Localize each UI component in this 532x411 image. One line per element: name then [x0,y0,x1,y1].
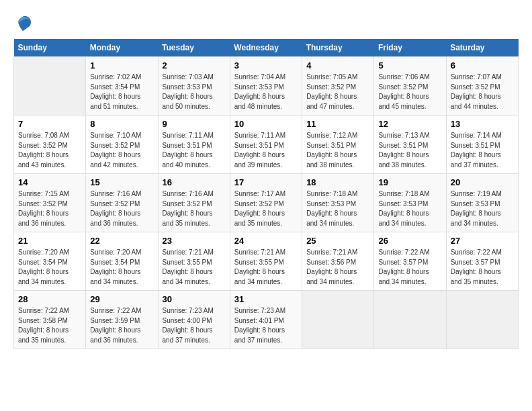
day-info: Sunrise: 7:17 AMSunset: 3:52 PMDaylight:… [234,189,298,228]
day-info: Sunrise: 7:23 AMSunset: 4:01 PMDaylight:… [234,306,298,345]
day-info: Sunrise: 7:20 AMSunset: 3:54 PMDaylight:… [18,248,81,287]
weekday-header-tuesday: Tuesday [158,39,230,57]
day-number: 7 [18,119,81,129]
calendar-cell: 16Sunrise: 7:16 AMSunset: 3:52 PMDayligh… [158,174,230,232]
day-number: 20 [451,177,514,187]
day-info: Sunrise: 7:22 AMSunset: 3:59 PMDaylight:… [90,306,153,345]
day-info: Sunrise: 7:16 AMSunset: 3:52 PMDaylight:… [163,189,226,228]
day-number: 21 [18,236,81,246]
calendar-cell: 28Sunrise: 7:22 AMSunset: 3:58 PMDayligh… [14,291,86,349]
day-info: Sunrise: 7:20 AMSunset: 3:54 PMDaylight:… [90,248,153,287]
day-info: Sunrise: 7:12 AMSunset: 3:51 PMDaylight:… [306,131,369,170]
day-info: Sunrise: 7:18 AMSunset: 3:53 PMDaylight:… [306,189,369,228]
weekday-header-monday: Monday [86,39,158,57]
calendar-cell: 22Sunrise: 7:20 AMSunset: 3:54 PMDayligh… [86,232,158,291]
calendar-cell: 2Sunrise: 7:03 AMSunset: 3:53 PMDaylight… [158,57,230,116]
logo [13,13,35,32]
calendar-cell: 26Sunrise: 7:22 AMSunset: 3:57 PMDayligh… [374,232,446,291]
calendar-cell: 29Sunrise: 7:22 AMSunset: 3:59 PMDayligh… [86,291,158,349]
day-info: Sunrise: 7:16 AMSunset: 3:52 PMDaylight:… [90,189,153,228]
day-number: 28 [18,294,81,304]
calendar-cell [446,291,518,349]
day-number: 19 [378,177,441,187]
calendar-cell: 31Sunrise: 7:23 AMSunset: 4:01 PMDayligh… [230,291,302,349]
day-number: 22 [90,236,153,246]
day-info: Sunrise: 7:19 AMSunset: 3:53 PMDaylight:… [451,189,514,228]
day-number: 16 [163,177,226,187]
day-info: Sunrise: 7:21 AMSunset: 3:56 PMDaylight:… [306,248,369,287]
day-number: 11 [306,119,369,129]
calendar-cell: 8Sunrise: 7:10 AMSunset: 3:52 PMDaylight… [86,116,158,174]
day-number: 18 [306,177,369,187]
calendar-cell: 20Sunrise: 7:19 AMSunset: 3:53 PMDayligh… [446,174,518,232]
weekday-header-thursday: Thursday [302,39,374,57]
calendar-cell: 15Sunrise: 7:16 AMSunset: 3:52 PMDayligh… [86,174,158,232]
weekday-header-friday: Friday [374,39,446,57]
weekday-header-sunday: Sunday [14,39,86,57]
calendar-cell: 30Sunrise: 7:23 AMSunset: 4:00 PMDayligh… [158,291,230,349]
page-header [13,13,519,32]
day-number: 24 [234,236,298,246]
day-number: 3 [234,60,298,71]
calendar-cell: 19Sunrise: 7:18 AMSunset: 3:53 PMDayligh… [374,174,446,232]
calendar-cell: 12Sunrise: 7:13 AMSunset: 3:51 PMDayligh… [374,116,446,174]
day-number: 4 [306,60,369,71]
day-number: 2 [163,60,226,71]
weekday-header-saturday: Saturday [446,39,518,57]
day-info: Sunrise: 7:02 AMSunset: 3:54 PMDaylight:… [90,73,153,111]
calendar-week-row: 1Sunrise: 7:02 AMSunset: 3:54 PMDaylight… [14,57,519,116]
day-number: 31 [234,294,298,304]
day-number: 25 [306,236,369,246]
day-number: 10 [234,119,298,129]
day-number: 6 [451,60,514,71]
day-info: Sunrise: 7:11 AMSunset: 3:51 PMDaylight:… [234,131,298,170]
calendar-cell: 13Sunrise: 7:14 AMSunset: 3:51 PMDayligh… [446,116,518,174]
calendar-week-row: 28Sunrise: 7:22 AMSunset: 3:58 PMDayligh… [14,291,519,349]
day-number: 15 [90,177,153,187]
day-info: Sunrise: 7:22 AMSunset: 3:57 PMDaylight:… [378,248,441,287]
day-info: Sunrise: 7:11 AMSunset: 3:51 PMDaylight:… [163,131,226,170]
day-number: 14 [18,177,81,187]
day-info: Sunrise: 7:07 AMSunset: 3:52 PMDaylight:… [451,73,514,111]
calendar-cell: 5Sunrise: 7:06 AMSunset: 3:52 PMDaylight… [374,57,446,116]
logo-icon [13,13,32,32]
day-info: Sunrise: 7:05 AMSunset: 3:52 PMDaylight:… [306,73,369,111]
day-number: 23 [163,236,226,246]
day-number: 27 [451,236,514,246]
day-number: 13 [451,119,514,129]
day-number: 26 [378,236,441,246]
day-info: Sunrise: 7:15 AMSunset: 3:52 PMDaylight:… [18,189,81,228]
weekday-header-row: SundayMondayTuesdayWednesdayThursdayFrid… [14,39,519,57]
day-info: Sunrise: 7:23 AMSunset: 4:00 PMDaylight:… [163,306,226,345]
day-info: Sunrise: 7:21 AMSunset: 3:55 PMDaylight:… [163,248,226,287]
calendar-cell: 1Sunrise: 7:02 AMSunset: 3:54 PMDaylight… [86,57,158,116]
calendar-cell: 6Sunrise: 7:07 AMSunset: 3:52 PMDaylight… [446,57,518,116]
calendar-cell: 27Sunrise: 7:22 AMSunset: 3:57 PMDayligh… [446,232,518,291]
day-info: Sunrise: 7:03 AMSunset: 3:53 PMDaylight:… [163,73,226,111]
day-info: Sunrise: 7:22 AMSunset: 3:57 PMDaylight:… [451,248,514,287]
calendar-table: SundayMondayTuesdayWednesdayThursdayFrid… [13,39,519,349]
day-info: Sunrise: 7:13 AMSunset: 3:51 PMDaylight:… [378,131,441,170]
calendar-cell: 17Sunrise: 7:17 AMSunset: 3:52 PMDayligh… [230,174,302,232]
calendar-cell: 11Sunrise: 7:12 AMSunset: 3:51 PMDayligh… [302,116,374,174]
day-info: Sunrise: 7:18 AMSunset: 3:53 PMDaylight:… [378,189,441,228]
calendar-cell: 18Sunrise: 7:18 AMSunset: 3:53 PMDayligh… [302,174,374,232]
calendar-cell: 4Sunrise: 7:05 AMSunset: 3:52 PMDaylight… [302,57,374,116]
calendar-week-row: 7Sunrise: 7:08 AMSunset: 3:52 PMDaylight… [14,116,519,174]
calendar-cell: 3Sunrise: 7:04 AMSunset: 3:53 PMDaylight… [230,57,302,116]
day-number: 8 [90,119,153,129]
day-number: 9 [163,119,226,129]
calendar-cell [14,57,86,116]
day-number: 1 [90,60,153,71]
day-info: Sunrise: 7:08 AMSunset: 3:52 PMDaylight:… [18,131,81,170]
day-number: 5 [378,60,441,71]
calendar-week-row: 21Sunrise: 7:20 AMSunset: 3:54 PMDayligh… [14,232,519,291]
calendar-cell: 14Sunrise: 7:15 AMSunset: 3:52 PMDayligh… [14,174,86,232]
weekday-header-wednesday: Wednesday [230,39,302,57]
day-number: 30 [163,294,226,304]
day-info: Sunrise: 7:14 AMSunset: 3:51 PMDaylight:… [451,131,514,170]
day-number: 29 [90,294,153,304]
calendar-cell: 24Sunrise: 7:21 AMSunset: 3:55 PMDayligh… [230,232,302,291]
calendar-cell: 23Sunrise: 7:21 AMSunset: 3:55 PMDayligh… [158,232,230,291]
calendar-cell: 25Sunrise: 7:21 AMSunset: 3:56 PMDayligh… [302,232,374,291]
